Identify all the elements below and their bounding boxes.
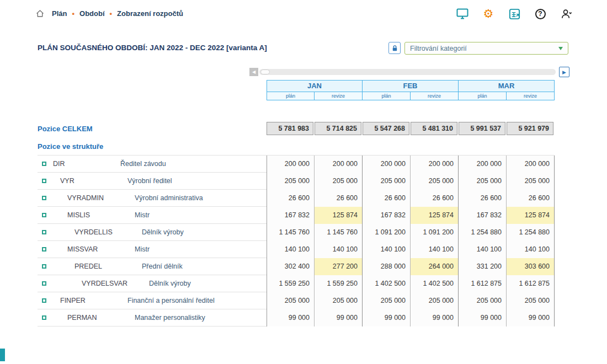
value-cell[interactable]: 26 600	[459, 190, 507, 207]
value-cell[interactable]: 205 000	[411, 173, 459, 190]
value-cell[interactable]: 1 091 200	[363, 224, 411, 241]
value-cell[interactable]: 99 000	[363, 309, 411, 326]
chevron-down-icon	[558, 47, 563, 50]
value-cell[interactable]: 1 145 760	[315, 224, 363, 241]
row-label-cell: VYRDELSVARDělník výroby	[38, 275, 267, 292]
breadcrumb-separator: •	[72, 9, 74, 18]
months-scrollbar-track[interactable]	[259, 69, 556, 75]
row-checkbox-icon[interactable]	[42, 196, 46, 200]
value-cell[interactable]: 205 000	[411, 292, 459, 309]
value-cell[interactable]: 26 600	[411, 190, 459, 207]
row-checkbox-icon[interactable]	[42, 281, 46, 286]
value-cell[interactable]: 200 000	[459, 156, 507, 173]
row-checkbox-icon[interactable]	[42, 230, 46, 234]
value-cell[interactable]: 125 874	[315, 207, 363, 224]
row-label-cell: PREDELPřední dělník	[38, 258, 267, 275]
value-cell[interactable]: 99 000	[411, 309, 459, 326]
value-cell[interactable]: 1 402 500	[411, 275, 459, 292]
value-cell[interactable]: 99 000	[459, 309, 507, 326]
value-cell[interactable]: 200 000	[411, 156, 459, 173]
value-cell[interactable]: 200 000	[267, 156, 315, 173]
row-name: Manažer personalistiky	[135, 314, 205, 322]
breadcrumb-item-plan[interactable]: Plán	[52, 9, 67, 18]
row-name: Finanční a personální ředitel	[127, 297, 215, 304]
value-cell[interactable]: 1 254 880	[507, 224, 555, 241]
value-cell[interactable]: 1 612 875	[507, 275, 555, 292]
row-checkbox-icon[interactable]	[42, 298, 46, 303]
lock-filter-button[interactable]	[388, 42, 401, 54]
value-cell[interactable]: 140 100	[315, 241, 363, 258]
value-cell[interactable]: 302 400	[267, 258, 315, 275]
value-cell[interactable]: 99 000	[315, 309, 363, 326]
scroll-left-button[interactable]: ◀	[249, 68, 258, 76]
value-cell[interactable]: 205 000	[363, 173, 411, 190]
breadcrumb-item-obdobi[interactable]: Období	[79, 9, 105, 18]
value-cell[interactable]: 26 600	[315, 190, 363, 207]
value-cell[interactable]: 1 254 880	[459, 224, 507, 241]
value-cell[interactable]: 205 000	[315, 292, 363, 309]
value-cell[interactable]: 1 091 200	[411, 224, 459, 241]
value-cell[interactable]: 26 600	[363, 190, 411, 207]
value-cell[interactable]: 205 000	[363, 292, 411, 309]
value-cell[interactable]: 205 000	[507, 173, 555, 190]
total-row-cells: 5 781 983 5 714 825 5 547 268 5 481 310 …	[267, 122, 555, 135]
table-row: VYRVýrobní ředitel205 000205 000205 0002…	[38, 173, 555, 190]
months-scrollbar-thumb[interactable]	[260, 69, 270, 74]
value-cell[interactable]: 331 200	[459, 258, 507, 275]
breadcrumb-separator: •	[110, 9, 113, 18]
row-checkbox-icon[interactable]	[42, 162, 46, 166]
value-cell[interactable]: 200 000	[315, 156, 363, 173]
value-cell[interactable]: 140 100	[267, 241, 315, 258]
position-rows: DIRŘeditel závodu200 000200 000200 00020…	[38, 155, 555, 326]
value-cell[interactable]: 1 559 250	[315, 275, 363, 292]
scroll-right-button[interactable]: ▶	[559, 67, 569, 77]
value-cell[interactable]: 200 000	[507, 156, 555, 173]
value-cell[interactable]: 1 402 500	[363, 275, 411, 292]
total-cell: 5 714 825	[315, 122, 361, 135]
value-cell[interactable]: 167 832	[267, 207, 315, 224]
value-cell[interactable]: 1 612 875	[459, 275, 507, 292]
value-cell[interactable]: 140 100	[459, 241, 507, 258]
value-cell[interactable]: 140 100	[411, 241, 459, 258]
home-icon[interactable]	[35, 9, 45, 18]
value-cell[interactable]: 288 000	[363, 258, 411, 275]
row-checkbox-icon[interactable]	[42, 315, 46, 320]
value-cell[interactable]: 99 000	[507, 309, 555, 326]
row-checkbox-icon[interactable]	[42, 247, 46, 251]
month-column-mar: MAR plán revize	[459, 80, 555, 100]
value-cell[interactable]: 303 600	[507, 258, 555, 275]
value-cell[interactable]: 125 874	[507, 207, 555, 224]
help-icon[interactable]: ?	[534, 7, 547, 20]
value-cell[interactable]: 140 100	[363, 241, 411, 258]
value-cell[interactable]: 99 000	[267, 309, 315, 326]
breadcrumb-item-zobrazeni-rozpoctu[interactable]: Zobrazení rozpočtů	[117, 9, 183, 18]
value-cell[interactable]: 264 000	[411, 258, 459, 275]
value-cell[interactable]: 140 100	[507, 241, 555, 258]
value-cell[interactable]: 205 000	[459, 292, 507, 309]
row-checkbox-icon[interactable]	[42, 213, 46, 217]
value-cell[interactable]: 125 874	[411, 207, 459, 224]
total-cell: 5 991 537	[459, 122, 505, 135]
row-label-cell: MISLISMistr	[38, 207, 267, 223]
value-cell[interactable]: 26 600	[267, 190, 315, 207]
value-cell[interactable]: 205 000	[267, 173, 315, 190]
value-cell[interactable]: 205 000	[459, 173, 507, 190]
monitor-icon[interactable]	[456, 7, 469, 20]
value-cell[interactable]: 26 600	[507, 190, 555, 207]
category-filter-dropdown[interactable]: Filtrování kategorií	[404, 42, 568, 55]
value-cell[interactable]: 205 000	[267, 292, 315, 309]
value-cell[interactable]: 205 000	[507, 292, 555, 309]
user-menu-icon[interactable]	[560, 7, 573, 20]
value-cell[interactable]: 167 832	[459, 207, 507, 224]
value-cell[interactable]: 205 000	[315, 173, 363, 190]
value-cell[interactable]: 277 200	[315, 258, 363, 275]
row-checkbox-icon[interactable]	[42, 179, 46, 183]
value-cell[interactable]: 200 000	[363, 156, 411, 173]
settings-gear-icon[interactable]: ⚙	[482, 7, 495, 20]
value-cell[interactable]: 1 145 760	[267, 224, 315, 241]
row-checkbox-icon[interactable]	[42, 264, 46, 269]
value-cell[interactable]: 167 832	[363, 207, 411, 224]
export-excel-icon[interactable]	[508, 7, 521, 20]
value-cell[interactable]: 1 559 250	[267, 275, 315, 292]
subcol-revize: revize	[315, 92, 363, 100]
